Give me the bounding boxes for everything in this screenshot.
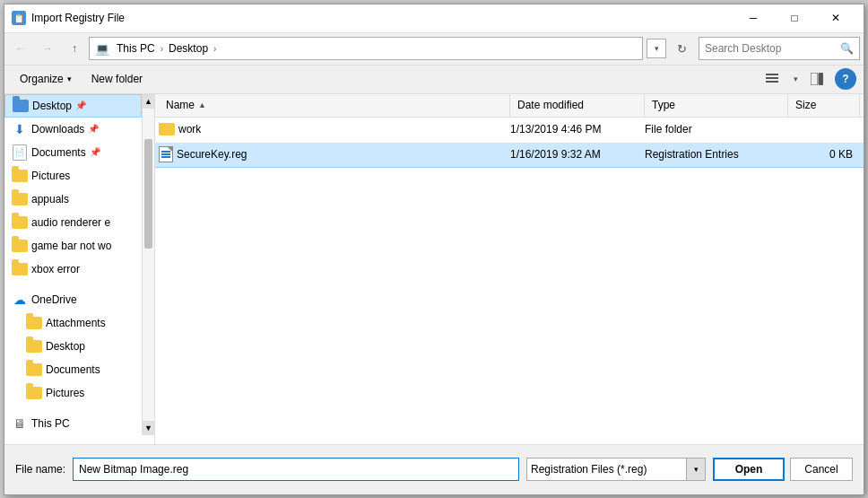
preview-icon [811, 73, 823, 85]
file-cell-type-securekey: Registration Entries [645, 148, 788, 161]
breadcrumb: This PC › Desktop › [113, 40, 216, 57]
col-header-name[interactable]: Name ▲ [159, 94, 510, 117]
address-bar: 💻 This PC › Desktop › [89, 37, 643, 60]
sidebar-pin-documents: 📌 [90, 147, 97, 157]
sidebar-item-od-desktop[interactable]: Desktop [4, 335, 142, 358]
window-controls: ─ □ ✕ [733, 4, 856, 32]
col-header-date[interactable]: Date modified [510, 94, 645, 117]
bottom-bar: File name: Registration Files (*.reg) ▾ … [4, 444, 864, 494]
open-button[interactable]: Open [713, 458, 785, 481]
scrollbar-thumb[interactable] [144, 139, 152, 249]
column-headers: Name ▲ Date modified Type Size [155, 94, 864, 118]
sidebar-item-pictures[interactable]: Pictures [4, 164, 142, 188]
file-area: Name ▲ Date modified Type Size [155, 94, 864, 444]
svg-rect-2 [766, 81, 778, 83]
sidebar-item-attachments[interactable]: Attachments [4, 311, 142, 335]
this-pc-icon: 🖥 [12, 415, 28, 432]
view-list-button[interactable] [760, 68, 785, 90]
main-content: Desktop 📌 ⬇ Downloads 📌 📄 [4, 94, 864, 444]
sidebar-divider [4, 281, 142, 288]
sidebar-item-attachments-label: Attachments [46, 317, 106, 329]
filetype-select[interactable]: Registration Files (*.reg) [526, 458, 706, 481]
organize-button[interactable]: Organize ▾ [12, 68, 80, 90]
computer-icon: 💻 [95, 42, 109, 56]
app-icon: 📋 [12, 11, 26, 25]
sidebar-item-audio-renderer-label: audio renderer e [31, 216, 110, 229]
forward-button[interactable]: → [35, 36, 60, 61]
filename-input[interactable] [73, 458, 519, 481]
sidebar-item-od-desktop-label: Desktop [46, 340, 85, 353]
sidebar-item-od-documents-label: Documents [46, 363, 100, 376]
xbox-folder-icon [12, 261, 28, 277]
sidebar-item-od-documents[interactable]: Documents [4, 358, 142, 381]
address-dropdown-button[interactable]: ▾ [647, 39, 666, 58]
help-button[interactable]: ? [835, 68, 856, 90]
refresh-button[interactable]: ↻ [670, 37, 693, 60]
file-cell-date-securekey: 1/16/2019 9:32 AM [510, 148, 645, 161]
sidebar-item-desktop-label: Desktop [32, 100, 72, 112]
sidebar-item-desktop[interactable]: Desktop 📌 [4, 94, 142, 118]
search-button[interactable]: 🔍 [840, 42, 854, 55]
file-cell-type-work: File folder [645, 123, 788, 135]
file-cell-name-securekey: SecureKey.reg [159, 146, 510, 162]
svg-rect-0 [766, 74, 778, 75]
breadcrumb-this-pc[interactable]: This PC [113, 40, 159, 57]
sidebar-item-appuals[interactable]: appuals [4, 188, 142, 211]
scrollbar-down-arrow[interactable]: ▼ [143, 421, 154, 435]
cancel-button[interactable]: Cancel [790, 458, 853, 481]
scrollbar-up-arrow[interactable]: ▲ [143, 94, 154, 109]
sidebar-item-game-bar-label: game bar not wo [31, 240, 111, 252]
file-cell-date-work: 1/13/2019 4:46 PM [510, 123, 645, 135]
svg-rect-3 [811, 73, 818, 85]
dialog-title: Import Registry File [31, 12, 733, 24]
reg-file-icon [159, 146, 173, 162]
sort-asc-icon: ▲ [198, 100, 206, 109]
preview-pane-button[interactable] [806, 68, 828, 90]
view-dropdown-button[interactable]: ▾ [788, 68, 803, 90]
col-header-size[interactable]: Size [788, 94, 860, 117]
table-row[interactable]: work 1/13/2019 4:46 PM File folder [155, 118, 864, 143]
breadcrumb-desktop[interactable]: Desktop [165, 40, 212, 57]
audio-folder-icon [12, 214, 28, 231]
sidebar-item-downloads-label: Downloads [31, 123, 84, 135]
file-cell-size-securekey: 0 KB [788, 148, 860, 161]
search-input[interactable] [705, 42, 840, 55]
onedrive-icon: ☁ [12, 292, 28, 308]
svg-rect-1 [766, 77, 778, 79]
sidebar-item-od-pictures[interactable]: Pictures [4, 381, 142, 405]
dialog-window: 📋 Import Registry File ─ □ ✕ ← → ↑ 💻 Thi… [4, 4, 864, 495]
table-row[interactable]: SecureKey.reg 1/16/2019 9:32 AM Registra… [155, 143, 864, 168]
sidebar-items: Desktop 📌 ⬇ Downloads 📌 📄 [4, 94, 142, 435]
sidebar-item-xbox-error-label: xbox error [31, 263, 80, 275]
sidebar-item-downloads[interactable]: ⬇ Downloads 📌 [4, 118, 142, 141]
od-documents-folder-icon [26, 362, 42, 378]
maximize-button[interactable]: □ [774, 4, 815, 32]
sidebar-item-documents[interactable]: 📄 Documents 📌 [4, 141, 142, 164]
col-header-type[interactable]: Type [645, 94, 788, 117]
scrollbar-track [143, 109, 154, 421]
sidebar-item-onedrive[interactable]: ☁ OneDrive [4, 288, 142, 311]
attachments-folder-icon [26, 315, 42, 331]
sidebar-item-this-pc-label: This PC [31, 417, 70, 430]
sidebar-item-this-pc[interactable]: 🖥 This PC [4, 412, 142, 435]
downloads-icon: ⬇ [12, 121, 28, 137]
sidebar-item-onedrive-label: OneDrive [31, 293, 77, 306]
minimize-button[interactable]: ─ [733, 4, 774, 32]
appuals-folder-icon [12, 191, 28, 207]
folder-icon [159, 123, 175, 135]
sidebar-item-audio-renderer[interactable]: audio renderer e [4, 211, 142, 234]
sidebar: Desktop 📌 ⬇ Downloads 📌 📄 [4, 94, 155, 444]
sidebar-scrollbar[interactable]: ▲ ▼ [142, 94, 154, 435]
sidebar-item-game-bar[interactable]: game bar not wo [4, 234, 142, 258]
list-view-icon [766, 73, 778, 85]
pictures-folder-icon [12, 168, 28, 184]
game-bar-folder-icon [12, 238, 28, 254]
file-toolbar: Organize ▾ New folder ▾ ? [4, 66, 864, 94]
close-button[interactable]: ✕ [815, 4, 856, 32]
file-cell-name-work: work [159, 123, 510, 135]
up-button[interactable]: ↑ [62, 36, 87, 61]
organize-dropdown-icon: ▾ [67, 74, 72, 83]
back-button[interactable]: ← [8, 36, 33, 61]
new-folder-button[interactable]: New folder [83, 68, 151, 90]
sidebar-item-xbox-error[interactable]: xbox error [4, 258, 142, 281]
